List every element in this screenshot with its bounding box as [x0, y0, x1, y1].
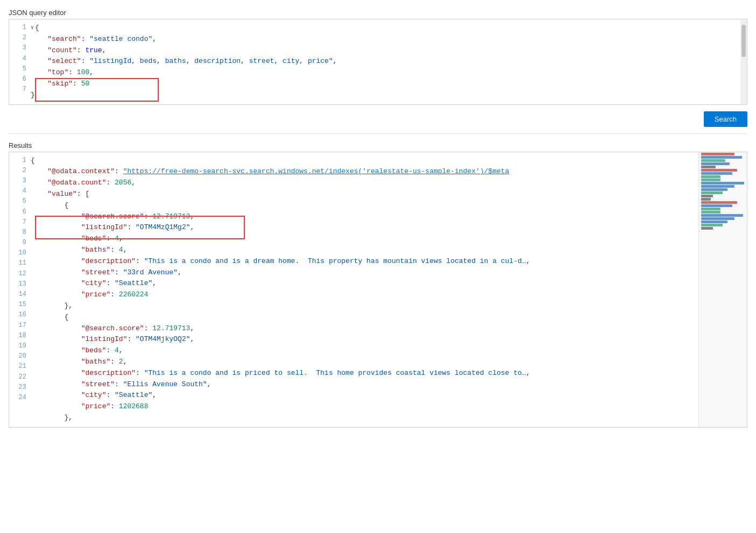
result-line-1: {	[31, 155, 743, 167]
page-wrapper: JSON query editor 1 2 3 4 5 6 7 ∨ { "se	[0, 0, 756, 533]
search-button[interactable]: Search	[704, 111, 747, 127]
editor-title: JSON query editor	[0, 5, 756, 19]
result-line-5: {	[31, 200, 743, 211]
results-code-area: 1 2 3 4 5 6 7 8 9 10 11 12 13 14 15 16 1	[9, 152, 747, 427]
result-line-21: "street": "Ellis Avenue South",	[31, 379, 743, 390]
results-line-numbers: 1 2 3 4 5 6 7 8 9 10 11 12 13 14 15 16 1	[9, 155, 31, 424]
result-line-19: "baths": 2,	[31, 357, 743, 368]
json-query-editor: 1 2 3 4 5 6 7 ∨ { "search": "seattle con…	[9, 19, 747, 105]
result-line-13: "price": 2260224	[31, 289, 743, 301]
result-line-14: },	[31, 301, 743, 312]
result-line-18: "beds": 4,	[31, 345, 743, 357]
result-line-6: "@search.score": 12.719713,	[31, 211, 743, 223]
editor-line-7: }	[31, 90, 743, 101]
result-line-11: "street": "33rd Avenue",	[31, 267, 743, 279]
collapse-icon[interactable]: ∨	[31, 24, 34, 32]
result-line-4: "value": [	[31, 189, 743, 200]
results-code-content[interactable]: { "@odata.context": "https://free-demo-s…	[31, 155, 747, 424]
result-line-7: "listingId": "OTM4MzQ1Mg2",	[31, 222, 743, 233]
editor-line-6: "skip": 50	[31, 79, 743, 90]
result-line-20: "description": "This is a condo and is p…	[31, 368, 743, 379]
editor-line-numbers: 1 2 3 4 5 6 7	[9, 23, 31, 101]
result-line-24: },	[31, 413, 743, 424]
results-title: Results	[0, 138, 756, 152]
search-button-row: Search	[0, 105, 756, 133]
result-line-3: "@odata.count": 2056,	[31, 177, 743, 189]
results-section: Results 1 2 3 4 5 6 7 8 9 10 11 12 13	[0, 138, 756, 428]
result-line-22: "city": "Seattle",	[31, 390, 743, 401]
editor-scrollbar-thumb[interactable]	[741, 25, 746, 57]
result-line-23: "price": 1202688	[31, 401, 743, 413]
result-line-8: "beds": 4,	[31, 233, 743, 245]
result-line-12: "city": "Seattle",	[31, 278, 743, 289]
editor-line-5: "top": 100,	[31, 67, 743, 79]
result-line-10: "description": "This is a condo and is a…	[31, 256, 743, 267]
result-line-17: "listingId": "OTM4MjkyOQ2",	[31, 334, 743, 345]
result-line-9: "baths": 4,	[31, 245, 743, 256]
result-line-15: {	[31, 312, 743, 323]
results-panel: 1 2 3 4 5 6 7 8 9 10 11 12 13 14 15 16 1	[9, 152, 747, 428]
section-divider	[9, 133, 747, 134]
result-line-2: "@odata.context": "https://free-demo-sea…	[31, 166, 743, 177]
editor-code-area: 1 2 3 4 5 6 7 ∨ { "search": "seattle con…	[9, 19, 747, 104]
editor-line-3: "count": true,	[31, 45, 743, 56]
editor-line-1: ∨ {	[31, 23, 743, 34]
editor-scrollbar[interactable]	[740, 19, 747, 104]
editor-line-2: "search": "seattle condo",	[31, 34, 743, 45]
results-minimap	[698, 152, 747, 427]
editor-code-content[interactable]: ∨ { "search": "seattle condo", "count": …	[31, 23, 747, 101]
result-line-16: "@search.score": 12.719713,	[31, 323, 743, 335]
editor-line-4: "select": "listingId, beds, baths, descr…	[31, 56, 743, 67]
